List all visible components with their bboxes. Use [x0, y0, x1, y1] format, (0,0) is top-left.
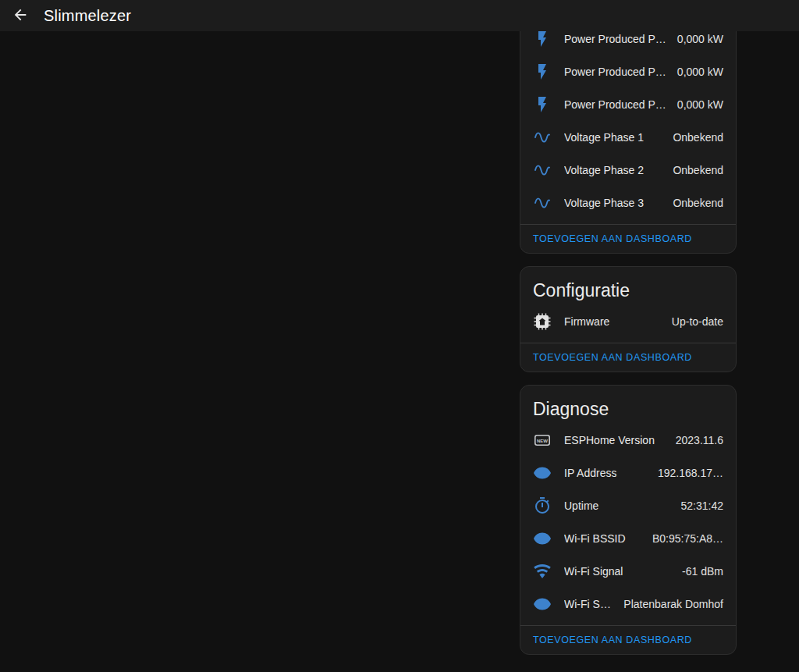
entity-row-ip-address[interactable]: IP Address 192.168.17…	[533, 457, 723, 489]
entity-name: ESPHome Version	[564, 434, 655, 446]
entity-name: Wi-Fi Signal	[564, 565, 623, 578]
entity-name: Voltage Phase 1	[564, 131, 644, 144]
card-title: Diagnose	[520, 386, 736, 421]
entity-row-wifi-signal[interactable]: Wi-Fi Signal -61 dBm	[533, 555, 723, 588]
entity-state: Platenbarak Domhof	[616, 598, 723, 610]
entity-row-power-produced-phase-2[interactable]: Power Produced Phase 2 0,000 kW	[533, 55, 723, 88]
card-footer: TOEVOEGEN AAN DASHBOARD	[520, 343, 736, 372]
arrow-left-icon	[12, 6, 29, 26]
entity-name: Firmware	[564, 315, 609, 328]
entity-state: Onbekend	[665, 131, 723, 144]
timer-icon	[533, 496, 552, 515]
card-footer: TOEVOEGEN AAN DASHBOARD	[520, 625, 736, 654]
card-footer: TOEVOEGEN AAN DASHBOARD	[520, 224, 736, 253]
entity-row-power-produced-phase-3[interactable]: Power Produced Phase 3 0,000 kW	[533, 88, 723, 121]
add-to-dashboard-link[interactable]: TOEVOEGEN AAN DASHBOARD	[520, 626, 705, 654]
flash-icon	[533, 62, 552, 81]
sine-wave-icon	[533, 194, 552, 212]
entity-name: Voltage Phase 2	[564, 164, 644, 176]
entity-state: Onbekend	[665, 164, 723, 176]
sensors-card: Power Produced Phase 1 0,000 kW Power Pr…	[520, 16, 737, 254]
entity-name: Wi-Fi SSID	[564, 598, 616, 610]
entity-cards-column: Power Produced Phase 1 0,000 kW Power Pr…	[520, 16, 737, 655]
entity-row-esphome-version[interactable]: ESPHome Version 2023.11.6	[533, 424, 723, 457]
entity-row-uptime[interactable]: Uptime 52:31:42	[533, 489, 723, 522]
page-title: Slimmelezer	[44, 7, 131, 25]
entity-name: Power Produced Phase 2	[564, 66, 669, 78]
entity-state: 2023.11.6	[668, 434, 723, 446]
entity-row-voltage-phase-2[interactable]: Voltage Phase 2 Onbekend	[533, 154, 723, 187]
entity-name: Wi-Fi BSSID	[564, 532, 626, 545]
entity-name: Voltage Phase 3	[564, 197, 644, 209]
flash-icon	[533, 95, 552, 114]
entity-name: Power Produced Phase 3	[564, 98, 669, 111]
configuration-rows: Firmware Up-to-date	[520, 302, 736, 343]
eye-icon	[533, 529, 552, 548]
entity-row-firmware[interactable]: Firmware Up-to-date	[533, 305, 723, 338]
entity-row-voltage-phase-1[interactable]: Voltage Phase 1 Onbekend	[533, 121, 723, 154]
entity-state: 0,000 kW	[669, 98, 723, 111]
sensor-rows: Power Produced Phase 1 0,000 kW Power Pr…	[520, 16, 736, 224]
flash-icon	[533, 30, 552, 48]
entity-row-wifi-ssid[interactable]: Wi-Fi SSID Platenbarak Domhof	[533, 588, 723, 620]
eye-icon	[533, 464, 552, 482]
entity-name: IP Address	[564, 467, 616, 479]
entity-state: Onbekend	[665, 197, 723, 209]
entity-row-voltage-phase-3[interactable]: Voltage Phase 3 Onbekend	[533, 187, 723, 219]
sine-wave-icon	[533, 161, 552, 180]
card-title: Configuratie	[520, 267, 736, 302]
entity-name: Uptime	[564, 500, 598, 512]
diagnostic-card: Diagnose ESPHome Version 2023.11.6 IP Ad…	[520, 385, 737, 655]
sine-wave-icon	[533, 128, 552, 147]
entity-state: 0,000 kW	[669, 33, 723, 45]
entity-state: 0,000 kW	[669, 66, 723, 78]
entity-name: Power Produced Phase 1	[564, 33, 669, 45]
diagnostic-rows: ESPHome Version 2023.11.6 IP Address 192…	[520, 421, 736, 625]
add-to-dashboard-link[interactable]: TOEVOEGEN AAN DASHBOARD	[520, 343, 705, 372]
add-to-dashboard-link[interactable]: TOEVOEGEN AAN DASHBOARD	[520, 225, 705, 253]
back-button[interactable]	[5, 0, 36, 31]
eye-icon	[533, 595, 552, 613]
entity-state: 52:31:42	[673, 500, 724, 512]
entity-state: Up-to-date	[664, 315, 723, 328]
app-header: Slimmelezer	[0, 0, 799, 31]
entity-state: B0:95:75:A8…	[645, 532, 723, 545]
wifi-icon	[533, 562, 552, 581]
entity-state: 192.168.17…	[650, 467, 723, 479]
entity-row-wifi-bssid[interactable]: Wi-Fi BSSID B0:95:75:A8…	[533, 522, 723, 555]
firmware-chip-icon	[533, 312, 552, 331]
new-box-icon	[533, 431, 552, 450]
configuration-card: Configuratie Firmware Up-to-date TOEVOEG…	[520, 266, 737, 372]
entity-state: -61 dBm	[674, 565, 723, 578]
